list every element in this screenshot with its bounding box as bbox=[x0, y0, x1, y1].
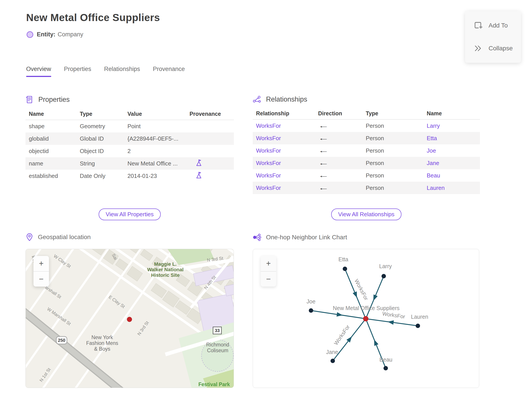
edge-arrow-icon bbox=[337, 312, 343, 317]
prop-value: 2014-01-23 bbox=[127, 173, 190, 179]
tab-provenance[interactable]: Provenance bbox=[153, 66, 185, 77]
map-label: RichmondColiseum bbox=[206, 342, 229, 353]
relationship-link[interactable]: WorksFor bbox=[253, 160, 318, 167]
prop-value: 2 bbox=[127, 148, 190, 155]
node-label: Jane bbox=[326, 349, 338, 355]
prop-type: Date Only bbox=[80, 173, 127, 179]
node-Joe[interactable] bbox=[309, 308, 313, 313]
node-label: Beau bbox=[379, 357, 392, 363]
route-shield-number: 33 bbox=[215, 328, 220, 333]
chart-zoom-out-button[interactable]: − bbox=[261, 271, 276, 287]
edge-label: WorksFor bbox=[382, 310, 406, 320]
direction-arrow-icon: ← bbox=[318, 172, 329, 179]
edge-arrow-icon bbox=[374, 340, 378, 346]
edge-arrow-icon bbox=[388, 320, 394, 325]
prop-type: String bbox=[80, 160, 127, 167]
node-Lauren[interactable] bbox=[416, 324, 420, 328]
entity-link[interactable]: Etta bbox=[427, 135, 480, 142]
relationships-section-title: Relationships bbox=[266, 95, 307, 103]
properties-section: Properties Name Type Value Provenance sh… bbox=[26, 95, 234, 182]
direction-arrow-icon: ← bbox=[318, 122, 329, 129]
relationship-link[interactable]: WorksFor bbox=[253, 135, 318, 142]
table-row: objectid Object ID 2 bbox=[26, 145, 234, 157]
chart-zoom-in-button[interactable]: + bbox=[261, 256, 276, 271]
rel-type: Person bbox=[366, 147, 427, 154]
node-Beau[interactable] bbox=[384, 366, 388, 370]
page-title: New Metal Office Suppliers bbox=[26, 12, 160, 24]
direction-arrow-icon: ← bbox=[318, 147, 329, 154]
col-header: Value bbox=[127, 111, 190, 117]
add-to-button[interactable]: Add To bbox=[465, 21, 521, 30]
relationship-link[interactable]: WorksFor bbox=[253, 147, 318, 154]
rel-type: Person bbox=[366, 135, 427, 142]
basemap: k RdW Clay StSaiN 3rd StMaggie L.Walker … bbox=[26, 249, 234, 388]
entity-type: Company bbox=[58, 31, 83, 38]
rel-type: Person bbox=[366, 160, 427, 167]
prop-type: Object ID bbox=[80, 148, 127, 155]
direction-arrow-icon: ← bbox=[318, 135, 329, 142]
table-row: WorksFor ← Person Larry bbox=[253, 120, 480, 132]
edge-arrow-icon bbox=[353, 291, 357, 298]
relationship-link[interactable]: WorksFor bbox=[253, 184, 318, 191]
edge-label: WorksFor bbox=[353, 278, 369, 301]
prop-type: Global ID bbox=[80, 135, 127, 142]
entity-overview-page: New Metal Office Suppliers Entity: Compa… bbox=[0, 0, 532, 405]
map-label: Festival Park bbox=[198, 381, 230, 387]
view-all-relationships-button[interactable]: View All Relationships bbox=[331, 209, 402, 220]
prop-name: shape bbox=[26, 123, 80, 130]
relationships-table-header: Relationship Direction Type Name bbox=[253, 107, 480, 120]
entity-link[interactable]: Joe bbox=[427, 147, 480, 154]
map-zoom-out-button[interactable]: − bbox=[33, 271, 49, 287]
node-Jane[interactable] bbox=[331, 359, 335, 363]
route-shield-number: 250 bbox=[58, 338, 65, 343]
col-header: Type bbox=[80, 111, 127, 117]
tab-properties[interactable]: Properties bbox=[64, 66, 91, 77]
entity-label: Entity: bbox=[37, 31, 55, 38]
relationship-link[interactable]: WorksFor bbox=[253, 122, 318, 129]
entity-link[interactable]: Beau bbox=[427, 172, 480, 179]
relationship-link[interactable]: WorksFor bbox=[253, 172, 318, 179]
entity-link[interactable]: Jane bbox=[427, 160, 480, 167]
action-card: Add To Collapse bbox=[465, 11, 521, 63]
node-center[interactable] bbox=[363, 316, 368, 321]
tab-overview[interactable]: Overview bbox=[26, 66, 51, 77]
geospatial-map[interactable]: k RdW Clay StSaiN 3rd StMaggie L.Walker … bbox=[26, 249, 234, 388]
prop-provenance bbox=[190, 171, 234, 181]
entity-type-badge-icon bbox=[27, 31, 33, 38]
col-header: Type bbox=[366, 110, 427, 117]
table-row: name String New Metal Office ... bbox=[26, 157, 234, 170]
prop-value: {A228944F-0EF5-... bbox=[127, 135, 190, 142]
entity-link[interactable]: Lauren bbox=[427, 184, 480, 191]
prop-provenance bbox=[190, 159, 234, 168]
provenance-flag-icon[interactable] bbox=[196, 159, 202, 167]
rel-type: Person bbox=[366, 172, 427, 179]
node-label: Lauren bbox=[411, 314, 428, 320]
prop-name: globalid bbox=[26, 135, 80, 142]
view-all-properties-button[interactable]: View All Properties bbox=[99, 209, 161, 220]
node-label: Joe bbox=[306, 298, 315, 304]
entity-link[interactable]: Larry bbox=[427, 122, 480, 129]
table-row: WorksFor ← Person Joe bbox=[253, 144, 480, 157]
add-to-label: Add To bbox=[489, 22, 508, 29]
edge-arrow-icon bbox=[346, 337, 352, 343]
table-row: WorksFor ← Person Jane bbox=[253, 157, 480, 169]
map-pin-icon bbox=[26, 233, 33, 241]
table-row: globalid Global ID {A228944F-0EF5-... bbox=[26, 132, 234, 145]
collapse-button[interactable]: Collapse bbox=[465, 43, 521, 53]
entity-location-marker[interactable] bbox=[127, 317, 132, 322]
col-header: Name bbox=[427, 110, 480, 117]
provenance-flag-icon[interactable] bbox=[196, 171, 202, 179]
properties-table-header: Name Type Value Provenance bbox=[26, 108, 234, 120]
node-Etta[interactable] bbox=[343, 267, 347, 271]
one-hop-link-chart[interactable]: EttaLarryJoeLaurenJaneBeauNew Metal Offi… bbox=[253, 249, 479, 388]
edge-arrow-icon bbox=[373, 295, 378, 301]
link-chart-icon bbox=[253, 233, 261, 241]
col-header: Name bbox=[26, 111, 80, 117]
edge-label: WorksFor bbox=[333, 324, 351, 346]
table-row: WorksFor ← Person Beau bbox=[253, 169, 480, 182]
prop-name: objectid bbox=[26, 148, 80, 155]
map-zoom-in-button[interactable]: + bbox=[33, 256, 49, 271]
node-Larry[interactable] bbox=[381, 274, 386, 278]
tab-relationships[interactable]: Relationships bbox=[104, 66, 140, 77]
table-row: established Date Only 2014-01-23 bbox=[26, 170, 234, 182]
